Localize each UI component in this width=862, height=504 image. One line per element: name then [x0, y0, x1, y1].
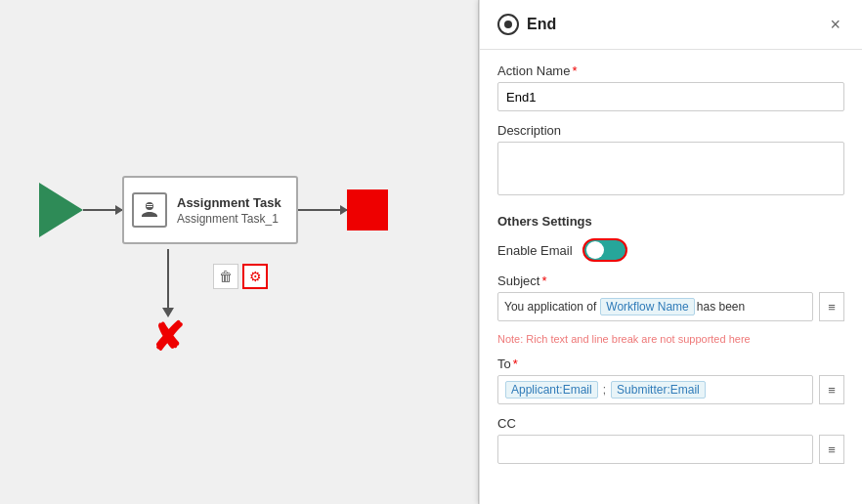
cc-row-container: ≡ — [497, 435, 844, 464]
subject-post-text: has been — [697, 300, 745, 314]
x-mark: ✘ — [151, 317, 185, 357]
task-title: Assignment Task — [177, 195, 281, 210]
delete-button[interactable]: 🗑 — [213, 264, 238, 289]
subject-field[interactable]: You application of Workflow Name has bee… — [497, 292, 813, 321]
to-tag-applicant[interactable]: Applicant:Email — [505, 381, 598, 399]
arrow-line-1 — [83, 209, 122, 211]
task-info: Assignment Task Assignment Task_1 — [177, 195, 281, 226]
to-label: To* — [497, 357, 844, 371]
cc-label: CC — [497, 416, 844, 431]
task-subtitle: Assignment Task_1 — [177, 212, 281, 226]
action-name-label: Action Name* — [497, 63, 844, 78]
toggle-slider — [582, 238, 627, 262]
panel-body: Action Name* Description Others Settings… — [480, 50, 862, 489]
down-arrow: ✘ — [151, 249, 185, 357]
description-group: Description — [497, 123, 844, 198]
enable-email-toggle[interactable] — [582, 238, 627, 262]
action-name-input[interactable] — [497, 82, 844, 111]
to-list-button[interactable]: ≡ — [819, 375, 844, 404]
subject-tag-workflow-name[interactable]: Workflow Name — [600, 298, 694, 315]
task-icon — [132, 192, 167, 228]
subject-note: Note: Rich text and line break are not s… — [497, 333, 844, 345]
to-field[interactable]: Applicant:Email ; Submitter:Email — [497, 375, 813, 404]
subject-row-container: You application of Workflow Name has bee… — [497, 292, 844, 321]
close-button[interactable]: × — [826, 15, 844, 35]
cc-list-button[interactable]: ≡ — [819, 435, 844, 464]
assignment-icon — [138, 198, 161, 222]
others-settings-title: Others Settings — [497, 210, 844, 229]
to-tag-submitter[interactable]: Submitter:Email — [611, 381, 706, 399]
cc-group: CC ≡ — [497, 416, 844, 464]
end-icon — [497, 14, 519, 35]
svg-rect-0 — [147, 204, 152, 205]
subject-pre-text: You application of — [504, 300, 596, 314]
task-toolbar: 🗑 ⚙ — [213, 264, 268, 289]
description-input[interactable] — [497, 142, 844, 195]
action-name-group: Action Name* — [497, 63, 844, 111]
subject-group: Subject* You application of Workflow Nam… — [497, 273, 844, 345]
description-label: Description — [497, 123, 844, 138]
enable-email-label: Enable Email — [497, 243, 573, 258]
workflow-container: Assignment Task Assignment Task_1 — [39, 176, 388, 244]
arrow-line-2 — [298, 209, 347, 211]
to-separator: ; — [603, 383, 606, 397]
to-row-container: Applicant:Email ; Submitter:Email ≡ — [497, 375, 844, 404]
enable-email-row: Enable Email — [497, 238, 844, 262]
down-line — [167, 249, 169, 308]
settings-button[interactable]: ⚙ — [242, 264, 268, 289]
svg-rect-1 — [147, 206, 152, 207]
right-panel: End × Action Name* Description Others Se… — [479, 0, 862, 504]
panel-title: End — [497, 14, 556, 35]
panel-header: End × — [480, 0, 862, 50]
panel-title-text: End — [527, 16, 556, 33]
start-node — [39, 183, 83, 237]
subject-list-button[interactable]: ≡ — [819, 292, 844, 321]
to-group: To* Applicant:Email ; Submitter:Email ≡ — [497, 357, 844, 404]
cc-input[interactable] — [497, 435, 813, 464]
subject-label: Subject* — [497, 273, 844, 288]
end-icon-inner — [504, 21, 512, 28]
canvas-area: Assignment Task Assignment Task_1 🗑 ⚙ ✘ — [0, 0, 479, 504]
end-node[interactable] — [347, 189, 388, 231]
task-box[interactable]: Assignment Task Assignment Task_1 — [122, 176, 298, 244]
